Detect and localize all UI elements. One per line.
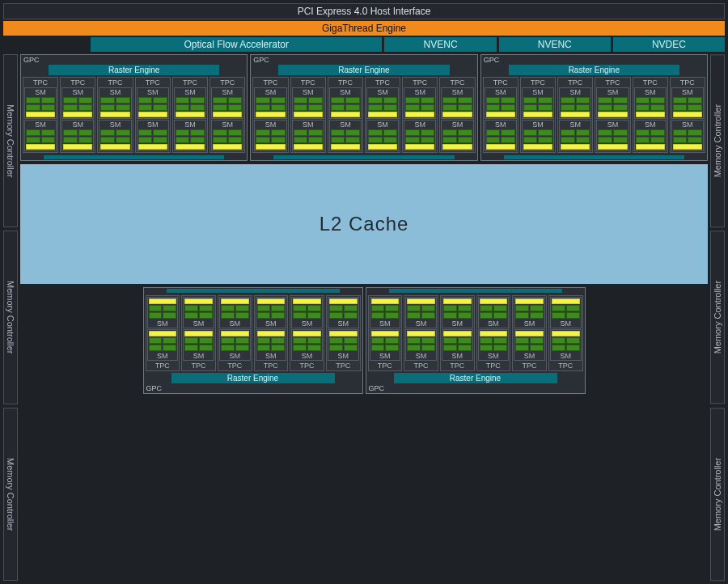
sm-label: SM [63, 121, 92, 129]
sm: SM [596, 87, 629, 119]
sm-label: SM [149, 320, 177, 328]
sm: SM [404, 120, 436, 151]
sm: SM [366, 87, 399, 119]
sm-label: SM [561, 121, 590, 129]
l2-cache: L2 Cache [20, 164, 708, 284]
sm: SM [183, 297, 214, 328]
sm: SM [596, 120, 629, 151]
sm: SM [485, 87, 517, 119]
sm: SM [441, 87, 473, 119]
nvdec-block: NVDEC [613, 37, 725, 52]
sm-label: SM [598, 121, 627, 129]
sm-label: SM [184, 320, 213, 328]
tpc-label: TPC [595, 78, 629, 87]
sm-label: SM [176, 88, 205, 96]
sm-label: SM [515, 352, 544, 360]
gpc: GPCSMSMTPCSMSMTPCSMSMTPCSMSMTPCSMSMTPCSM… [366, 287, 586, 394]
sm-label: SM [523, 121, 552, 129]
tpc: SMSMTPC [368, 295, 403, 371]
sm-label: SM [256, 121, 285, 129]
gpc-label: GPC [146, 384, 163, 392]
tpc: TPCSMSM [135, 77, 171, 153]
accelerator-row: Optical Flow Accelerator NVENC NVENC NVD… [3, 37, 725, 52]
sm-label: SM [293, 352, 321, 360]
memory-controller: Memory Controller [3, 408, 18, 581]
rop-bar [273, 155, 454, 159]
sm: SM [559, 87, 591, 119]
sm-label: SM [213, 121, 242, 129]
sm-label: SM [329, 320, 358, 328]
sm: SM [147, 329, 179, 361]
tpc-label: TPC [327, 362, 360, 370]
sm-label: SM [480, 320, 508, 328]
optical-flow-accelerator: Optical Flow Accelerator [91, 37, 382, 52]
sm: SM [522, 87, 554, 119]
sm: SM [550, 297, 582, 328]
sm: SM [183, 329, 214, 361]
sm-label: SM [213, 88, 242, 96]
sm-label: SM [523, 88, 552, 96]
tpc-label: TPC [136, 78, 170, 87]
sm-label: SM [329, 352, 358, 360]
rop-bar [504, 155, 684, 159]
raster-engine: Raster Engine [394, 373, 557, 383]
sm-label: SM [293, 320, 321, 328]
tpc: TPCSMSM [60, 77, 95, 153]
sm: SM [292, 87, 324, 119]
gigathread-engine: GigaThread Engine [3, 21, 725, 36]
tpc-label: TPC [369, 362, 402, 370]
tpc: TPCSMSM [210, 77, 245, 153]
sm: SM [61, 87, 94, 119]
sm: SM [147, 297, 179, 328]
sm-label: SM [552, 352, 580, 360]
tpc-label: TPC [441, 362, 474, 370]
tpc-label: TPC [146, 362, 180, 370]
sm: SM [522, 120, 554, 151]
pci-host-interface: PCI Express 4.0 Host Interface [3, 3, 725, 19]
sm: SM [219, 329, 251, 361]
sm: SM [671, 87, 704, 119]
sm: SM [370, 297, 401, 328]
tpc: SMSMTPC [440, 295, 475, 371]
sm-label: SM [331, 121, 360, 129]
sm: SM [174, 120, 206, 151]
tpc-label: TPC [255, 362, 288, 370]
sm: SM [256, 329, 287, 361]
tpc: SMSMTPC [476, 295, 511, 371]
tpc: TPCSMSM [595, 77, 630, 153]
tpc-row: SMSMTPCSMSMTPCSMSMTPCSMSMTPCSMSMTPCSMSMT… [144, 294, 362, 371]
sm-label: SM [257, 320, 286, 328]
tpc-label: TPC [477, 362, 510, 370]
tpc-label: TPC [328, 78, 362, 87]
tpc: TPCSMSM [483, 77, 518, 153]
tpc: TPCSMSM [365, 77, 400, 153]
tpc-row: TPCSMSMTPCSMSMTPCSMSMTPCSMSMTPCSMSMTPCSM… [21, 77, 247, 154]
tpc: TPCSMSM [97, 77, 133, 153]
raster-engine: Raster Engine [278, 65, 449, 75]
sm-label: SM [221, 352, 249, 360]
gpc-label: GPC [23, 56, 40, 64]
tpc-label: TPC [440, 78, 474, 87]
sm-label: SM [405, 88, 434, 96]
sm-label: SM [368, 88, 397, 96]
sm: SM [478, 297, 510, 328]
tpc-label: TPC [513, 362, 546, 370]
sm: SM [514, 329, 545, 361]
gpc-label: GPC [484, 56, 500, 64]
sm: SM [404, 87, 436, 119]
sm: SM [61, 120, 94, 151]
sm-label: SM [442, 88, 472, 96]
gpc: GPCRaster EngineTPCSMSMTPCSMSMTPCSMSMTPC… [250, 54, 477, 161]
sm: SM [405, 297, 437, 328]
tpc: SMSMTPC [146, 295, 180, 371]
tpc-label: TPC [403, 78, 437, 87]
gpu-block-diagram: PCI Express 4.0 Host Interface GigaThrea… [0, 0, 728, 584]
tpc-label: TPC [521, 78, 555, 87]
sm-label: SM [331, 88, 360, 96]
sm: SM [137, 120, 169, 151]
gpc-row-top: GPCRaster EngineTPCSMSMTPCSMSMTPCSMSMTPC… [20, 54, 708, 161]
sm-label: SM [149, 352, 177, 360]
raster-engine: Raster Engine [171, 373, 335, 383]
tpc-label: TPC [98, 78, 132, 87]
sm: SM [671, 120, 704, 151]
